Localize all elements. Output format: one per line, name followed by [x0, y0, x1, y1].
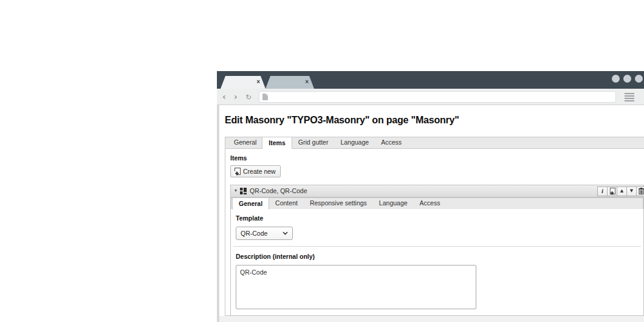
items-section-label: Items	[230, 154, 643, 162]
reload-icon[interactable]: ↻	[245, 92, 252, 103]
arrow-down-icon: ▼	[630, 189, 633, 193]
record-tab-language[interactable]: Language	[373, 198, 414, 208]
record-panel-body: General Content Responsive settings Lang…	[231, 197, 643, 315]
window-control-button[interactable]	[635, 75, 643, 83]
move-up-button[interactable]: ▲	[617, 187, 627, 196]
tab-close-icon[interactable]: ×	[305, 78, 309, 86]
arrow-up-icon: ▲	[620, 189, 623, 193]
description-textarea[interactable]: QR-Code	[236, 265, 476, 309]
new-record-button[interactable]	[607, 187, 617, 196]
browser-tab-inactive[interactable]: ×	[265, 76, 314, 89]
new-record-icon	[233, 168, 241, 176]
template-select[interactable]: QR-Code	[236, 227, 293, 240]
browser-tab-active[interactable]: ×	[221, 76, 265, 89]
tab-close-icon[interactable]: ×	[256, 78, 260, 86]
trash-icon	[639, 188, 644, 194]
window-control-button[interactable]	[623, 75, 631, 83]
record-tab-content[interactable]: Content	[269, 198, 304, 208]
tab-grid-gutter[interactable]: Grid gutter	[292, 137, 335, 148]
record-panel-header[interactable]: ▾ QR-Code, QR-Code i	[231, 185, 643, 197]
screen: × × ‹ › ↻ Edit Maso	[0, 0, 644, 322]
move-down-button[interactable]: ▼	[626, 187, 637, 196]
window-controls	[612, 75, 643, 83]
create-new-button[interactable]: Create new	[230, 165, 281, 177]
record-tabbar: General Content Responsive settings Lang…	[231, 197, 643, 209]
tab-access[interactable]: Access	[375, 137, 408, 148]
browser-window: × × ‹ › ↻ Edit Maso	[217, 71, 644, 322]
template-label: Template	[236, 214, 639, 222]
page-icon	[262, 94, 268, 100]
window-control-button[interactable]	[612, 75, 620, 83]
record-title: QR-Code, QR-Code	[250, 187, 307, 194]
address-bar[interactable]	[259, 91, 616, 103]
form-tabbar: General Items Grid gutter Language Acces…	[225, 137, 644, 148]
edit-form: General Items Grid gutter Language Acces…	[225, 137, 644, 316]
chevron-down-icon	[283, 231, 288, 235]
record-tab-access[interactable]: Access	[414, 198, 447, 208]
record-actions: i ▲	[598, 187, 644, 196]
tab-general[interactable]: General	[228, 137, 262, 148]
info-icon: i	[601, 188, 603, 194]
record-panel: ▾ QR-Code, QR-Code i	[230, 185, 644, 316]
masonry-record-icon	[240, 188, 247, 194]
back-icon[interactable]: ‹	[222, 91, 226, 102]
tab-content-items: Items Create new ▾	[225, 148, 644, 316]
new-record-icon	[609, 188, 616, 195]
page-title: Edit Masonry "TYPO3-Masonry" on page "Ma…	[225, 115, 459, 126]
module-body: Edit Masonry "TYPO3-Masonry" on page "Ma…	[219, 105, 644, 322]
record-tab-responsive-settings[interactable]: Responsive settings	[304, 198, 373, 208]
forward-icon[interactable]: ›	[234, 91, 238, 102]
browser-titlebar: × ×	[217, 71, 644, 89]
record-tab-content-general: Template QR-Code Description (internal o…	[231, 209, 643, 315]
template-select-value: QR-Code	[241, 230, 267, 237]
delete-button[interactable]	[636, 187, 644, 196]
description-label: Description (internal only)	[236, 253, 639, 260]
field-divider	[233, 246, 641, 247]
browser-toolbar: ‹ › ↻	[217, 89, 644, 105]
info-button[interactable]: i	[597, 187, 608, 196]
tab-language[interactable]: Language	[334, 137, 375, 148]
create-new-label: Create new	[243, 168, 276, 175]
module-background	[219, 316, 644, 322]
record-tab-general[interactable]: General	[232, 197, 269, 210]
collapse-icon[interactable]: ▾	[235, 188, 237, 193]
tab-items[interactable]: Items	[262, 137, 292, 149]
menu-icon[interactable]	[625, 93, 634, 103]
